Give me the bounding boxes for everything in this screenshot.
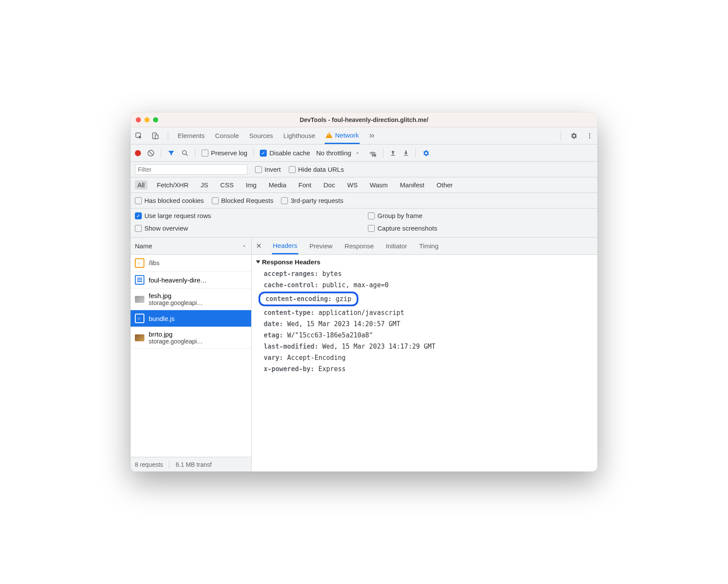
disclosure-triangle-icon bbox=[256, 260, 260, 263]
type-img[interactable]: Img bbox=[243, 180, 259, 189]
tab-elements[interactable]: Elements bbox=[177, 128, 206, 143]
checkbox-icon bbox=[368, 225, 375, 232]
header-row: content-type: application/javascript bbox=[256, 307, 593, 318]
settings-icon[interactable] bbox=[570, 132, 578, 140]
preserve-log-label: Preserve log bbox=[211, 149, 247, 157]
more-menu-icon[interactable] bbox=[586, 132, 593, 139]
type-media[interactable]: Media bbox=[266, 180, 289, 189]
group-by-frame-checkbox[interactable]: Group by frame bbox=[368, 212, 593, 219]
hide-data-urls-label: Hide data URLs bbox=[298, 166, 344, 173]
type-filter-bar: All Fetch/XHR JS CSS Img Media Font Doc … bbox=[131, 177, 597, 193]
image-file-icon bbox=[135, 296, 144, 303]
type-manifest[interactable]: Manifest bbox=[397, 180, 427, 189]
detail-tab-response[interactable]: Response bbox=[344, 238, 375, 253]
request-list-header[interactable]: Name bbox=[131, 237, 251, 255]
name-column-header: Name bbox=[135, 242, 152, 250]
request-row[interactable]: ◇ /libs bbox=[131, 255, 251, 272]
detail-tab-timing[interactable]: Timing bbox=[418, 238, 439, 253]
clear-icon[interactable] bbox=[147, 149, 155, 157]
request-row[interactable]: brrto.jpg storage.googleapi… bbox=[131, 327, 251, 349]
titlebar: DevTools - foul-heavenly-direction.glitc… bbox=[131, 112, 597, 127]
device-toolbar-icon[interactable] bbox=[151, 132, 159, 140]
type-all[interactable]: All bbox=[135, 180, 147, 189]
disable-cache-checkbox[interactable]: Disable cache bbox=[260, 149, 310, 157]
type-other[interactable]: Other bbox=[434, 180, 456, 189]
filter-input[interactable] bbox=[135, 164, 247, 175]
blocked-requests-label: Blocked Requests bbox=[221, 197, 274, 204]
separator bbox=[253, 148, 254, 158]
detail-tab-headers[interactable]: Headers bbox=[272, 238, 298, 254]
request-subtitle: /libs bbox=[149, 260, 160, 266]
network-conditions-icon[interactable] bbox=[368, 149, 377, 157]
checkbox-icon bbox=[135, 212, 142, 219]
more-tabs-icon[interactable] bbox=[368, 132, 375, 139]
svg-point-7 bbox=[182, 151, 186, 154]
invert-checkbox[interactable]: Invert bbox=[255, 166, 281, 173]
record-button[interactable] bbox=[135, 150, 141, 156]
svg-text:◇: ◇ bbox=[137, 261, 140, 265]
type-doc[interactable]: Doc bbox=[321, 180, 338, 189]
throttling-label: No throttling bbox=[316, 149, 351, 157]
request-count: 8 requests bbox=[135, 461, 163, 468]
content-area: Name ◇ /libs foul-heavenly-dire… bbox=[131, 237, 597, 472]
svg-rect-2 bbox=[155, 135, 158, 138]
upload-har-icon[interactable] bbox=[390, 150, 396, 157]
download-har-icon[interactable] bbox=[402, 150, 409, 157]
tab-sources[interactable]: Sources bbox=[249, 128, 274, 143]
transfer-size: 6.1 MB transf bbox=[176, 461, 211, 468]
request-row[interactable]: foul-heavenly-dire… bbox=[131, 272, 251, 289]
svg-rect-10 bbox=[391, 155, 395, 155]
detail-tab-initiator[interactable]: Initiator bbox=[385, 238, 408, 253]
response-headers-section[interactable]: Response Headers bbox=[256, 258, 593, 266]
svg-text:◇: ◇ bbox=[137, 317, 140, 321]
type-wasm[interactable]: Wasm bbox=[367, 180, 390, 189]
tab-network[interactable]: Network bbox=[325, 128, 360, 144]
network-toolbar: Preserve log Disable cache No throttling bbox=[131, 144, 597, 162]
detail-tab-preview[interactable]: Preview bbox=[309, 238, 333, 253]
show-overview-checkbox[interactable]: Show overview bbox=[135, 225, 360, 232]
close-details-icon[interactable]: ✕ bbox=[256, 242, 262, 250]
inspect-element-icon[interactable] bbox=[135, 132, 143, 140]
main-tabs: Elements Console Sources Lighthouse Netw… bbox=[131, 127, 597, 144]
type-fetch-xhr[interactable]: Fetch/XHR bbox=[154, 180, 191, 189]
header-row: x-powered-by: Express bbox=[256, 363, 593, 375]
hide-data-urls-checkbox[interactable]: Hide data URLs bbox=[289, 166, 344, 173]
capture-screenshots-checkbox[interactable]: Capture screenshots bbox=[368, 225, 593, 232]
warning-icon bbox=[326, 132, 332, 138]
separator bbox=[161, 148, 161, 158]
header-row-highlighted: content-encoding: gzip bbox=[259, 292, 358, 306]
tab-console[interactable]: Console bbox=[214, 128, 240, 143]
tab-network-label: Network bbox=[335, 132, 359, 139]
chevron-down-icon bbox=[353, 151, 362, 156]
network-settings-icon[interactable] bbox=[422, 149, 430, 157]
invert-label: Invert bbox=[265, 166, 281, 173]
type-font[interactable]: Font bbox=[296, 180, 314, 189]
type-css[interactable]: CSS bbox=[218, 180, 236, 189]
tab-lighthouse[interactable]: Lighthouse bbox=[283, 128, 316, 143]
request-name: fesh.jpg bbox=[149, 292, 203, 299]
preserve-log-checkbox[interactable]: Preserve log bbox=[201, 149, 247, 157]
blocked-requests-checkbox[interactable]: Blocked Requests bbox=[212, 197, 274, 204]
type-ws[interactable]: WS bbox=[345, 180, 360, 189]
third-party-checkbox[interactable]: 3rd-party requests bbox=[281, 197, 343, 204]
use-large-rows-checkbox[interactable]: Use large request rows bbox=[135, 212, 360, 219]
window-title: DevTools - foul-heavenly-direction.glitc… bbox=[131, 116, 597, 123]
doc-file-icon bbox=[135, 275, 144, 285]
has-blocked-cookies-checkbox[interactable]: Has blocked cookies bbox=[135, 197, 204, 204]
options-bar: Has blocked cookies Blocked Requests 3rd… bbox=[131, 193, 597, 209]
header-row: etag: W/"15cc63-186e5a210a8" bbox=[256, 330, 593, 341]
filter-icon[interactable] bbox=[167, 149, 175, 157]
svg-rect-11 bbox=[404, 155, 408, 155]
has-blocked-cookies-label: Has blocked cookies bbox=[144, 197, 204, 204]
throttling-select[interactable]: No throttling bbox=[316, 149, 362, 157]
checkbox-icon bbox=[212, 197, 219, 204]
use-large-rows-label: Use large request rows bbox=[144, 212, 211, 219]
search-icon[interactable] bbox=[181, 149, 189, 157]
request-row[interactable]: ◇ bundle.js bbox=[131, 310, 251, 327]
svg-point-4 bbox=[589, 135, 591, 136]
headers-pane: Response Headers accept-ranges: bytes ca… bbox=[252, 255, 597, 472]
header-row: last-modified: Wed, 15 Mar 2023 14:17:29… bbox=[256, 341, 593, 352]
request-row[interactable]: fesh.jpg storage.googleapi… bbox=[131, 289, 251, 310]
type-js[interactable]: JS bbox=[198, 180, 211, 189]
separator bbox=[415, 148, 416, 158]
